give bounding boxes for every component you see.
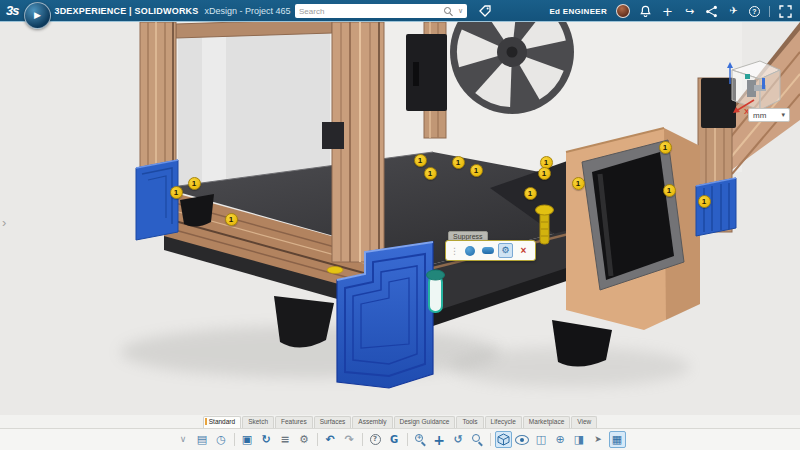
- suppress-icon: ⚙: [501, 246, 509, 255]
- instance-badge[interactable]: 1: [659, 141, 672, 154]
- close-icon: ×: [521, 246, 527, 256]
- bottom-panel: StandardSketchFeaturesSurfacesAssemblyDe…: [0, 415, 800, 450]
- play-icon: ▶: [34, 11, 41, 20]
- tab-standard[interactable]: Standard: [203, 416, 241, 428]
- sidebar-expand-chevron-icon[interactable]: ›: [2, 215, 6, 230]
- instance-badge[interactable]: 1: [572, 177, 585, 190]
- isometric-view-icon[interactable]: [495, 431, 512, 448]
- instance-badge[interactable]: 1: [470, 164, 483, 177]
- search-scope-chevron-icon[interactable]: ∨: [458, 7, 463, 15]
- search-input[interactable]: [299, 7, 443, 16]
- open-history-icon[interactable]: ◷: [213, 431, 230, 448]
- divider: [407, 433, 408, 446]
- view-cube[interactable]: X: [720, 44, 790, 116]
- settings-gear-icon[interactable]: ⚙: [296, 431, 313, 448]
- divider: [490, 433, 491, 446]
- left-corner-bracket[interactable]: [136, 160, 178, 240]
- bottom-toolbar: ∨▤◷▣↻≡⚙↶↷?G++↺◫⊕◨➤▦: [0, 428, 800, 450]
- display-panel-icon[interactable]: ▦: [609, 431, 626, 448]
- zoom-fit-icon[interactable]: [469, 431, 486, 448]
- connector-box: [322, 122, 344, 149]
- zoom-in-icon[interactable]: +: [412, 431, 429, 448]
- divider: [362, 433, 363, 446]
- data-manager-icon[interactable]: ◫: [533, 431, 550, 448]
- web-integration-icon[interactable]: ⊕: [552, 431, 569, 448]
- instance-badge[interactable]: 1: [424, 167, 437, 180]
- brand-title: 3DEXPERIENCE | SOLIDWORKS: [54, 6, 198, 16]
- user-name: Ed ENGINEER: [549, 7, 607, 16]
- instance-badge[interactable]: 1: [170, 186, 183, 199]
- tab-features[interactable]: Features: [275, 416, 313, 428]
- divider: [769, 6, 770, 17]
- tag-icon[interactable]: [478, 4, 492, 18]
- paper-plane-icon[interactable]: ✈: [727, 5, 740, 18]
- new-document-icon[interactable]: ▤: [194, 431, 211, 448]
- units-value: mm: [753, 111, 766, 120]
- isolate-button[interactable]: [480, 243, 495, 258]
- drag-handle-icon[interactable]: ⋮: [450, 246, 459, 256]
- document-properties-icon[interactable]: ≡: [277, 431, 294, 448]
- visibility-icon[interactable]: [514, 431, 531, 448]
- undo-icon[interactable]: ↶: [322, 431, 339, 448]
- fullscreen-icon[interactable]: [779, 5, 792, 18]
- suppress-button[interactable]: ⚙: [498, 243, 513, 258]
- workspace-switcher[interactable]: xDesign - Project 465 ∨: [205, 6, 302, 16]
- instance-badge[interactable]: 1: [414, 154, 427, 167]
- tab-tools[interactable]: Tools: [456, 416, 483, 428]
- rubber-foot[interactable]: [274, 296, 334, 348]
- search-icon[interactable]: [443, 6, 454, 17]
- divider: [234, 433, 235, 446]
- context-toolbar[interactable]: ⋮ ⚙ ×: [445, 240, 536, 261]
- hide-button[interactable]: [462, 243, 477, 258]
- collapse-chevron-icon[interactable]: ∨: [175, 431, 192, 448]
- tab-marketplace[interactable]: Marketplace: [523, 416, 570, 428]
- tab-lifecycle[interactable]: Lifecycle: [485, 416, 522, 428]
- help-icon[interactable]: ?: [367, 431, 384, 448]
- revision-lock-icon[interactable]: G: [386, 431, 403, 448]
- save-icon[interactable]: ▣: [239, 431, 256, 448]
- forward-arrow-icon[interactable]: ↪: [683, 5, 696, 18]
- control-console[interactable]: [566, 128, 700, 330]
- add-icon[interactable]: +: [661, 5, 674, 18]
- instance-badge[interactable]: 1: [225, 213, 238, 226]
- isolate-icon: [482, 247, 494, 254]
- 3dexperience-compass-button[interactable]: ▶: [24, 2, 51, 29]
- fastener-washer[interactable]: [327, 267, 343, 274]
- tab-design-guidance[interactable]: Design Guidance: [394, 416, 456, 428]
- app-name: xDesign: [205, 6, 238, 16]
- user-cluster: Ed ENGINEER + ↪ ✈ ?: [549, 0, 792, 22]
- pan-icon[interactable]: +: [431, 431, 448, 448]
- instance-badge[interactable]: 1: [663, 184, 676, 197]
- select-tool-icon[interactable]: ➤: [590, 431, 607, 448]
- 3d-viewport[interactable]: 11111111111111 › Suppress ⋮ ⚙ × X mm ▾: [0, 22, 800, 415]
- remove-button[interactable]: ×: [516, 243, 531, 258]
- design-library-icon[interactable]: ◨: [571, 431, 588, 448]
- share-nodes-icon[interactable]: [705, 5, 718, 18]
- glass-highlight: [202, 27, 226, 191]
- bell-icon[interactable]: [639, 5, 652, 18]
- instance-badge[interactable]: 1: [538, 167, 551, 180]
- search-box[interactable]: ∨: [295, 4, 467, 18]
- units-dropdown[interactable]: mm ▾: [748, 108, 790, 122]
- top-app-bar: 3s ▶ 3DEXPERIENCE | SOLIDWORKS xDesign -…: [0, 0, 800, 22]
- instance-badge[interactable]: 1: [524, 187, 537, 200]
- instance-badge[interactable]: 1: [188, 177, 201, 190]
- tab-assembly[interactable]: Assembly: [352, 416, 392, 428]
- project-name: Project 465: [245, 6, 291, 16]
- extruder-box[interactable]: [406, 34, 447, 111]
- instance-badge[interactable]: 1: [698, 195, 711, 208]
- redo-icon[interactable]: ↷: [341, 431, 358, 448]
- help-icon[interactable]: ?: [749, 6, 760, 17]
- tab-sketch[interactable]: Sketch: [242, 416, 274, 428]
- tab-surfaces[interactable]: Surfaces: [314, 416, 352, 428]
- instance-badge[interactable]: 1: [452, 156, 465, 169]
- dassault-logo: 3s: [6, 3, 18, 18]
- divider: [317, 433, 318, 446]
- chevron-down-icon: ▾: [781, 111, 785, 119]
- avatar[interactable]: [616, 4, 630, 18]
- selected-screw[interactable]: [427, 270, 445, 312]
- rotate-view-icon[interactable]: ↺: [450, 431, 467, 448]
- tab-view[interactable]: View: [571, 416, 597, 428]
- hide-icon: [465, 246, 475, 256]
- sync-settings-icon[interactable]: ↻: [258, 431, 275, 448]
